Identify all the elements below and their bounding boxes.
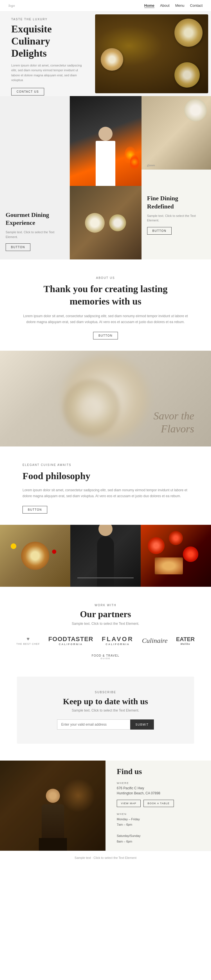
find-us-title: Find us <box>117 767 200 776</box>
subscribe-description: Sample text. Click to select the Text El… <box>40 708 171 713</box>
find-us-section: Find us WHERE 676 Pacific C Hwy Huntingt… <box>0 760 211 851</box>
nav-home[interactable]: Home <box>144 3 154 8</box>
find-us-buttons: VIEW MAP BOOK A TABLE <box>117 800 200 807</box>
gallery-right-title: Fine Dining Redefined <box>147 194 206 210</box>
find-us-addr-line2: Huntington Beach, CA 07898 <box>117 791 160 795</box>
navbar: logo Home About Menu Contact <box>0 0 211 11</box>
about-description: Lorem ipsum dolor sit amet, consectetur … <box>22 313 189 325</box>
photo-dish <box>0 525 70 587</box>
find-us-image <box>0 760 106 851</box>
about-title: Thank you for creating lasting memories … <box>22 283 189 308</box>
partners-logos: ♥ THE BEST CHEF FOODTASTER CALIFORNIA FL… <box>11 635 200 660</box>
philosophy-section: ELEGANT CUISINE AWAITS Food philosophy L… <box>0 447 211 525</box>
big-image-text-overlay: Savor the Flavors <box>153 410 194 435</box>
gallery-chef-fire-image <box>70 96 141 186</box>
hero-food-image <box>95 14 208 93</box>
partners-eyebrow: WORK WITH <box>11 604 200 607</box>
find-us-where-label: WHERE <box>117 782 200 784</box>
hero-image <box>95 11 211 96</box>
gallery-left-title: Gourmet Dining Experience <box>6 211 64 227</box>
gallery-wine-image: glasses <box>141 96 211 170</box>
gallery-right-button[interactable]: BUTTON <box>147 227 172 235</box>
footer: Sample text · Click to select the Text E… <box>0 851 211 864</box>
gallery-left-panel: Gourmet Dining Experience Sample text. C… <box>0 96 70 259</box>
hero-cta-button[interactable]: CONTACT US <box>11 88 44 95</box>
view-map-button[interactable]: VIEW MAP <box>117 800 141 807</box>
find-us-when-label: WHEN <box>117 813 200 816</box>
philosophy-title: Food philosophy <box>22 470 189 482</box>
subscribe-title: Keep up to date with us <box>40 697 171 706</box>
subscribe-eyebrow: SUBSCRIBE <box>40 691 171 694</box>
nav-contact[interactable]: Contact <box>190 3 203 8</box>
nav-menu[interactable]: Menu <box>175 3 184 8</box>
photo-dining <box>70 525 141 587</box>
philosophy-description: Lorem ipsum dolor sit amet, consectetur … <box>22 487 189 499</box>
book-table-button[interactable]: BOOK A TABLE <box>143 800 174 807</box>
about-eyebrow: ABOUT US <box>22 276 189 280</box>
gallery-right-text: Fine Dining Redefined Sample text. Click… <box>141 170 211 259</box>
partners-title: Our partners <box>11 609 200 619</box>
footer-text: Sample text · Click to select the Text E… <box>11 856 200 859</box>
hero-eyebrow: TASTE THE LUXURY <box>11 18 87 21</box>
subscribe-section: SUBSCRIBE Keep up to date with us Sample… <box>17 677 194 744</box>
partners-description: Sample text. Click to select the Text El… <box>11 622 200 626</box>
philosophy-button[interactable]: BUTTON <box>22 506 47 514</box>
gallery-right-panel: glasses Fine Dining Redefined Sample tex… <box>141 96 211 259</box>
hero-text: TASTE THE LUXURY ExquisiteCulinary Delig… <box>0 11 95 96</box>
subscribe-submit-button[interactable]: SUBMIT <box>130 719 154 730</box>
gallery-right-desc: Sample text. Click to select the Text El… <box>147 213 206 223</box>
find-us-hours: Monday – Friday 7am – 6pm Saturday/Sunda… <box>117 817 200 845</box>
big-image-text: Savor the Flavors <box>153 410 194 435</box>
gallery-center-panel <box>70 96 141 259</box>
nav-logo: logo <box>8 3 15 8</box>
find-us-address: 676 Pacific C Hwy Huntington Beach, CA 0… <box>117 786 200 796</box>
subscribe-email-input[interactable] <box>57 719 130 730</box>
philosophy-eyebrow: ELEGANT CUISINE AWAITS <box>22 463 189 466</box>
partner-food-travel: FOOD & TRAVEL GUIDE <box>92 654 119 660</box>
big-image-section: Savor the Flavors <box>0 351 211 447</box>
find-us-addr-line1: 676 Pacific C Hwy <box>117 786 144 790</box>
subscribe-form: SUBMIT <box>40 719 171 730</box>
nav-about[interactable]: About <box>160 3 170 8</box>
about-section: ABOUT US Thank you for creating lasting … <box>0 259 211 351</box>
partner-the-best-chef: ♥ THE BEST CHEF <box>16 636 40 645</box>
three-photos <box>0 525 211 587</box>
gallery-section: Gourmet Dining Experience Sample text. C… <box>0 96 211 259</box>
partner-food-taster: FOODTASTER CALIFORNIA <box>48 635 94 646</box>
photo-tomatoes <box>141 525 211 587</box>
gallery-left-desc: Sample text. Click to select the Text El… <box>6 230 64 239</box>
partner-eater: EATER Malibu <box>176 636 195 645</box>
find-us-info: Find us WHERE 676 Pacific C Hwy Huntingt… <box>106 760 211 851</box>
gallery-left-button[interactable]: BUTTON <box>6 243 30 251</box>
big-image: Savor the Flavors <box>0 351 211 447</box>
gallery-plates-image <box>70 186 141 259</box>
partner-culinaire: Culinaire <box>142 637 168 644</box>
partner-flavor: FLAVOR CALIFORNIA <box>102 635 134 646</box>
about-button[interactable]: BUTTON <box>93 332 118 339</box>
hero-title: ExquisiteCulinary Delights <box>11 23 87 60</box>
nav-links: Home About Menu Contact <box>144 3 203 8</box>
subscribe-wrapper: SUBSCRIBE Keep up to date with us Sample… <box>0 677 211 752</box>
hero-section: TASTE THE LUXURY ExquisiteCulinary Delig… <box>0 11 211 96</box>
hero-description: Lorem ipsum dolor sit amet, consectetur … <box>11 63 87 83</box>
partners-section: WORK WITH Our partners Sample text. Clic… <box>0 587 211 677</box>
